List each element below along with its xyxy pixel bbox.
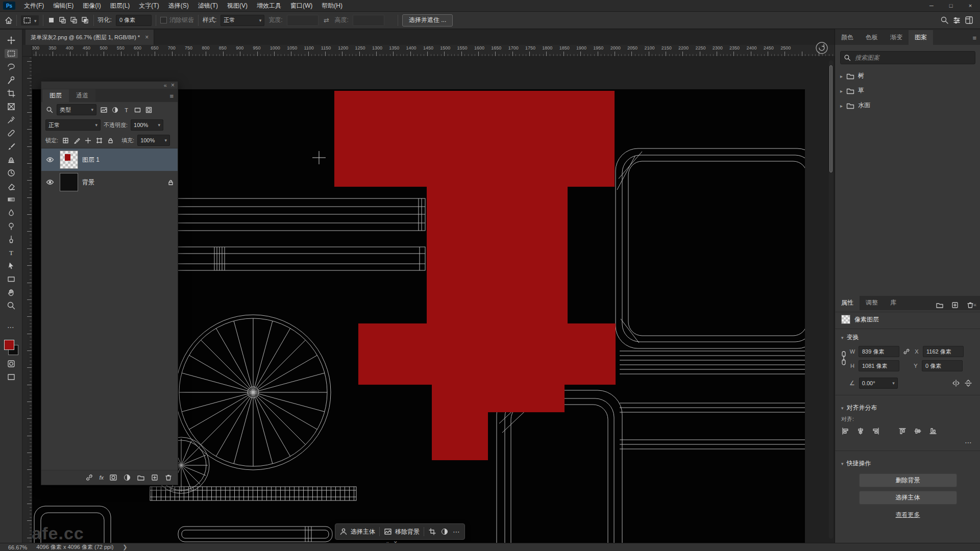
- layer-name[interactable]: 图层 1: [82, 156, 100, 164]
- layers-panel-titlebar[interactable]: [41, 82, 178, 89]
- menu-select[interactable]: 选择(S): [164, 0, 193, 11]
- layer-thumbnail[interactable]: [60, 173, 78, 191]
- layer-effects-icon[interactable]: fx: [99, 474, 104, 481]
- quick-mask-icon[interactable]: [5, 359, 18, 368]
- close-panel-icon[interactable]: [171, 82, 175, 89]
- new-group-icon[interactable]: [137, 473, 145, 482]
- status-options-chevron[interactable]: ❯: [122, 544, 127, 550]
- panel-menu-icon[interactable]: [169, 92, 178, 102]
- anti-alias-option[interactable]: 消除锯齿: [160, 16, 194, 24]
- scrollbar-thumb[interactable]: [829, 65, 832, 172]
- align-top-icon[interactable]: [898, 427, 906, 435]
- transform-width-input[interactable]: 839 像素: [859, 346, 899, 357]
- pattern-group-grass[interactable]: 草: [835, 83, 980, 98]
- blend-mode-dropdown[interactable]: 正常: [45, 119, 101, 131]
- opacity-input[interactable]: 100%: [131, 119, 163, 131]
- tool-blur[interactable]: [5, 208, 18, 217]
- quick-actions-header[interactable]: 快捷操作: [835, 455, 980, 470]
- tool-object-selection[interactable]: [5, 76, 18, 85]
- select-subject-button[interactable]: 选择主体: [859, 491, 957, 505]
- anti-alias-checkbox[interactable]: [160, 17, 167, 23]
- window-maximize-button[interactable]: □: [941, 3, 961, 9]
- transform-y-input[interactable]: 0 像素: [922, 360, 963, 371]
- pattern-group-water[interactable]: 水面: [835, 98, 980, 113]
- chevron-right-icon[interactable]: [840, 87, 843, 94]
- select-subject-action[interactable]: 选择主体: [339, 528, 375, 536]
- window-minimize-button[interactable]: ─: [922, 3, 941, 9]
- menu-plugins[interactable]: 增效工具: [252, 0, 286, 11]
- tool-healing-brush[interactable]: [5, 129, 18, 138]
- selection-add-icon[interactable]: [59, 16, 67, 24]
- more-align-options-icon[interactable]: [965, 438, 972, 446]
- new-group-icon[interactable]: [936, 301, 944, 309]
- tool-gradient[interactable]: [5, 195, 18, 204]
- height-input[interactable]: [353, 15, 384, 26]
- tool-pen[interactable]: [5, 235, 18, 244]
- filter-smart-objects-icon[interactable]: [144, 106, 153, 114]
- see-more-link[interactable]: 查看更多: [835, 511, 980, 519]
- flip-horizontal-icon[interactable]: [952, 379, 960, 387]
- width-input[interactable]: [287, 15, 318, 26]
- color-swatches[interactable]: [4, 339, 19, 355]
- lock-transparency-icon[interactable]: [61, 136, 69, 144]
- horizontal-ruler[interactable]: 3003504004505005506006507007508008509009…: [22, 45, 835, 57]
- tab-close-icon[interactable]: [145, 34, 149, 41]
- tool-eyedropper[interactable]: [5, 115, 18, 124]
- link-dimensions-icon[interactable]: [902, 347, 911, 356]
- tab-patterns[interactable]: 图案: [909, 30, 933, 45]
- align-middle-vertical-icon[interactable]: [914, 427, 922, 435]
- vertical-ruler[interactable]: [22, 56, 32, 543]
- window-close-button[interactable]: ×: [961, 3, 980, 9]
- edit-toolbar-icon[interactable]: [5, 322, 18, 332]
- tool-move[interactable]: [5, 36, 18, 45]
- select-and-mask-button[interactable]: 选择并遮住 ...: [402, 14, 453, 27]
- tool-path-selection[interactable]: [5, 261, 18, 270]
- filter-adjustment-layers-icon[interactable]: [111, 106, 119, 114]
- adjustments-icon[interactable]: [952, 16, 961, 24]
- menu-help[interactable]: 帮助(H): [317, 0, 347, 11]
- layer-name[interactable]: 背景: [82, 178, 94, 187]
- tool-hand[interactable]: [5, 288, 18, 297]
- fill-input[interactable]: 100%: [137, 135, 170, 146]
- collapse-panel-icon[interactable]: [164, 82, 167, 89]
- selection-intersect-icon[interactable]: [81, 16, 89, 24]
- adjustment-action-icon[interactable]: [440, 528, 449, 536]
- crop-action-icon[interactable]: [428, 528, 436, 536]
- pattern-group-trees[interactable]: 树: [835, 68, 980, 83]
- filter-shape-layers-icon[interactable]: [133, 106, 141, 114]
- transform-height-input[interactable]: 1081 像素: [859, 360, 899, 371]
- align-center-horizontal-icon[interactable]: [856, 427, 865, 435]
- rotate-view-icon[interactable]: [815, 41, 829, 55]
- menu-image[interactable]: 图像(I): [78, 0, 105, 11]
- selection-subtract-icon[interactable]: [70, 16, 78, 24]
- menu-edit[interactable]: 编辑(E): [48, 0, 78, 11]
- layer-thumbnail[interactable]: [60, 151, 78, 169]
- home-icon[interactable]: [4, 16, 12, 24]
- menu-layer[interactable]: 图层(L): [106, 0, 135, 11]
- lock-all-icon[interactable]: [106, 136, 114, 144]
- tool-crop[interactable]: [5, 89, 18, 98]
- selection-new-icon[interactable]: [47, 16, 56, 24]
- flip-vertical-icon[interactable]: [964, 379, 972, 387]
- delete-layer-icon[interactable]: [164, 473, 173, 482]
- tool-history-brush[interactable]: [5, 168, 18, 178]
- align-section-header[interactable]: 对齐并分布: [835, 399, 980, 414]
- new-pattern-icon[interactable]: [951, 301, 959, 309]
- add-layer-mask-icon[interactable]: [109, 473, 117, 482]
- tab-layers[interactable]: 图层: [42, 89, 69, 102]
- style-dropdown[interactable]: 正常: [220, 15, 264, 26]
- feather-input[interactable]: 0 像素: [116, 15, 152, 26]
- pattern-search-input[interactable]: [854, 54, 958, 62]
- tool-shape[interactable]: [5, 274, 18, 284]
- layer-row-layer1[interactable]: 图层 1: [41, 148, 178, 171]
- lock-artboard-icon[interactable]: [95, 136, 103, 144]
- vertical-scrollbar[interactable]: [829, 60, 833, 539]
- workspace-switcher-icon[interactable]: [965, 16, 973, 24]
- chevron-right-icon[interactable]: [840, 102, 843, 109]
- screen-mode-icon[interactable]: [5, 372, 18, 382]
- tool-lasso[interactable]: [5, 62, 18, 71]
- menu-filter[interactable]: 滤镜(T): [193, 0, 223, 11]
- filter-type-dropdown[interactable]: 类型: [57, 104, 96, 115]
- document-tab[interactable]: 菜单深灰2.png @ 66.7% (图层 1, RGB/8#) *: [26, 30, 154, 45]
- transform-section-header[interactable]: 变换: [835, 329, 980, 344]
